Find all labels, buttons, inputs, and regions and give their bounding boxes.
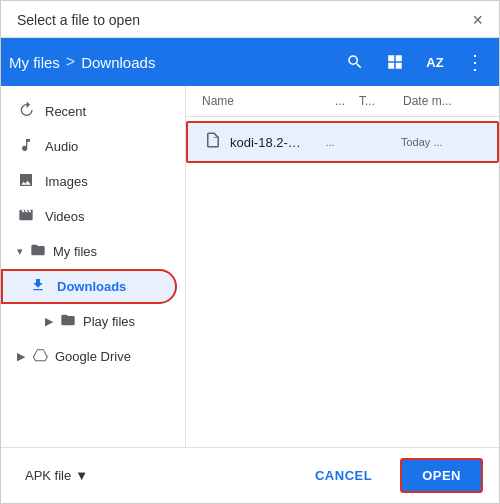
file-type-label: APK file: [25, 468, 71, 483]
myfiles-chevron: ▾: [17, 245, 23, 258]
file-more[interactable]: ...: [315, 136, 345, 148]
toolbar-icons: AZ ⋮: [339, 46, 491, 78]
file-list: kodi-18.2-Leia-armeabi-v7a.apk ... Today…: [186, 117, 499, 447]
footer: APK file ▼ CANCEL OPEN: [1, 447, 499, 503]
main-area: Recent Audio Images Videos: [1, 86, 499, 447]
sidebar-label-downloads: Downloads: [57, 279, 126, 294]
cancel-button[interactable]: CANCEL: [295, 460, 392, 491]
close-button[interactable]: ×: [472, 11, 483, 29]
breadcrumb-root[interactable]: My files: [9, 54, 60, 71]
sidebar-label-recent: Recent: [45, 104, 86, 119]
sidebar-label-images: Images: [45, 174, 88, 189]
sort-icon[interactable]: AZ: [419, 46, 451, 78]
sidebar-item-images[interactable]: Images: [1, 164, 177, 199]
images-icon: [17, 172, 35, 191]
breadcrumb-current[interactable]: Downloads: [81, 54, 155, 71]
sidebar-item-googledrive[interactable]: ▶ Google Drive: [1, 339, 185, 374]
sidebar-item-audio[interactable]: Audio: [1, 129, 177, 164]
sidebar-label-videos: Videos: [45, 209, 85, 224]
content-area: Name ... T... Date m... kodi-18.2-Leia-a…: [186, 86, 499, 447]
playfiles-icon: [59, 312, 77, 331]
googledrive-icon: [31, 347, 49, 366]
title-bar: Select a file to open ×: [1, 1, 499, 38]
dropdown-chevron-icon: ▼: [75, 468, 88, 483]
sidebar-item-recent[interactable]: Recent: [1, 94, 177, 129]
myfiles-icon: [29, 242, 47, 261]
more-options-icon[interactable]: ⋮: [459, 46, 491, 78]
sidebar-item-myfiles[interactable]: ▾ My files: [1, 234, 185, 269]
col-name-header[interactable]: Name: [202, 94, 321, 108]
file-row[interactable]: kodi-18.2-Leia-armeabi-v7a.apk ... Today…: [186, 121, 499, 163]
file-open-dialog: Select a file to open × My files > Downl…: [0, 0, 500, 504]
open-button[interactable]: OPEN: [400, 458, 483, 493]
sidebar-item-videos[interactable]: Videos: [1, 199, 177, 234]
downloads-icon: [29, 277, 47, 296]
googledrive-chevron: ▶: [17, 350, 25, 363]
search-icon[interactable]: [339, 46, 371, 78]
breadcrumb: My files > Downloads: [9, 53, 335, 71]
sidebar-item-playfiles[interactable]: ▶ Play files: [1, 304, 185, 339]
file-date: Today ...: [401, 136, 481, 148]
sidebar-label-playfiles: Play files: [83, 314, 135, 329]
column-headers: Name ... T... Date m...: [186, 86, 499, 117]
sidebar-group-myfiles: ▾ My files Downloads ▶: [1, 234, 185, 339]
sidebar-item-downloads[interactable]: Downloads: [1, 269, 177, 304]
col-type-header: T...: [359, 94, 399, 108]
col-date-header: Date m...: [403, 94, 483, 108]
toolbar: My files > Downloads AZ ⋮: [1, 38, 499, 86]
videos-icon: [17, 207, 35, 226]
sidebar: Recent Audio Images Videos: [1, 86, 186, 447]
file-type-selector[interactable]: APK file ▼: [17, 464, 96, 487]
col-more-header: ...: [325, 94, 355, 108]
file-icon: [204, 131, 222, 153]
sidebar-label-audio: Audio: [45, 139, 78, 154]
grid-view-icon[interactable]: [379, 46, 411, 78]
file-name: kodi-18.2-Leia-armeabi-v7a.apk: [230, 135, 307, 150]
playfiles-chevron: ▶: [45, 315, 53, 328]
footer-buttons: CANCEL OPEN: [295, 458, 483, 493]
breadcrumb-separator: >: [66, 53, 75, 71]
sidebar-label-myfiles: My files: [53, 244, 97, 259]
audio-icon: [17, 137, 35, 156]
sidebar-label-googledrive: Google Drive: [55, 349, 131, 364]
recent-icon: [17, 102, 35, 121]
dialog-title: Select a file to open: [17, 12, 140, 28]
